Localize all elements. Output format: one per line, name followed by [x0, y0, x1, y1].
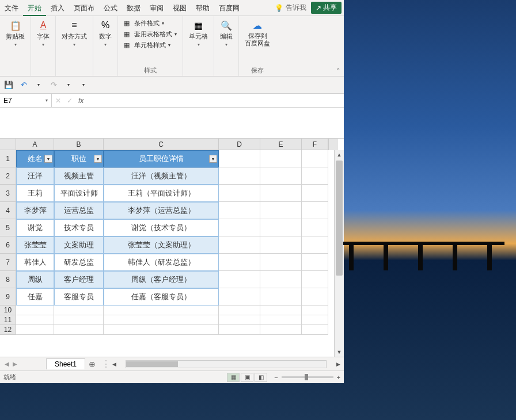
- cell-D9[interactable]: [219, 288, 260, 306]
- tab-file[interactable]: 文件: [0, 0, 23, 16]
- cell-A6[interactable]: 张莹莹: [16, 236, 54, 254]
- cell-E6[interactable]: [260, 236, 302, 254]
- col-header-F[interactable]: F: [302, 139, 328, 150]
- collapse-ribbon-button[interactable]: ⌃: [336, 67, 340, 74]
- row-header-7[interactable]: 7: [0, 254, 16, 271]
- formula-bar[interactable]: ✕ ✓ fx: [52, 97, 344, 105]
- cell-B3[interactable]: 平面设计师: [54, 185, 104, 202]
- page-break-view-button[interactable]: ◧: [255, 373, 267, 382]
- cell-F4[interactable]: [302, 202, 328, 219]
- share-button[interactable]: ↗ 共享: [311, 2, 342, 14]
- cell-A10[interactable]: [16, 306, 54, 315]
- cell-B8[interactable]: 客户经理: [54, 271, 104, 288]
- cell-B5[interactable]: 技术专员: [54, 219, 104, 236]
- row-header-9[interactable]: 9: [0, 288, 16, 306]
- cell-D12[interactable]: [219, 325, 260, 335]
- cell-C11[interactable]: [104, 315, 219, 325]
- scroll-up-arrow[interactable]: ▲: [335, 150, 344, 159]
- cell-D4[interactable]: [219, 202, 260, 219]
- cell-C6[interactable]: 张莹莹（文案助理）: [104, 236, 219, 254]
- resize-handle[interactable]: ⋮: [101, 358, 111, 369]
- cell-A3[interactable]: 王莉: [16, 185, 54, 202]
- cell-F3[interactable]: [302, 185, 328, 202]
- tab-home[interactable]: 开始: [23, 0, 46, 16]
- cell-F10[interactable]: [302, 306, 328, 315]
- cell-D1[interactable]: [219, 150, 260, 167]
- col-header-B[interactable]: B: [54, 139, 104, 150]
- cell-E9[interactable]: [260, 288, 302, 306]
- col-header-D[interactable]: D: [219, 139, 260, 150]
- fx-label[interactable]: fx: [78, 97, 84, 105]
- cell-D10[interactable]: [219, 306, 260, 315]
- cell-A11[interactable]: [16, 315, 54, 325]
- tab-baidu[interactable]: 百度网: [214, 0, 244, 16]
- tab-insert[interactable]: 插入: [46, 0, 69, 16]
- cell-D6[interactable]: [219, 236, 260, 254]
- cell-D2[interactable]: [219, 167, 260, 185]
- horizontal-scrollbar[interactable]: [126, 360, 327, 368]
- cell-B4[interactable]: 运营总监: [54, 202, 104, 219]
- cell-C2[interactable]: 汪洋（视频主管）: [104, 167, 219, 185]
- enter-icon[interactable]: ✓: [67, 97, 73, 105]
- cell-F6[interactable]: [302, 236, 328, 254]
- cell-F9[interactable]: [302, 288, 328, 306]
- name-box[interactable]: E7 ▾: [0, 94, 52, 107]
- page-layout-view-button[interactable]: ▣: [241, 373, 253, 382]
- cell-E8[interactable]: [260, 271, 302, 288]
- cell-A9[interactable]: 任嘉: [16, 288, 54, 306]
- add-sheet-button[interactable]: ⊕: [85, 360, 99, 369]
- cell-E11[interactable]: [260, 315, 302, 325]
- redo-button[interactable]: ↷: [48, 80, 59, 90]
- undo-button[interactable]: ↶: [18, 80, 29, 90]
- cell-C9[interactable]: 任嘉（客服专员）: [104, 288, 219, 306]
- cell-E5[interactable]: [260, 219, 302, 236]
- cell-B9[interactable]: 客服专员: [54, 288, 104, 306]
- zoom-handle[interactable]: [305, 374, 308, 380]
- cell-D5[interactable]: [219, 219, 260, 236]
- zoom-out-button[interactable]: −: [274, 374, 278, 381]
- cell-D8[interactable]: [219, 271, 260, 288]
- cell-F5[interactable]: [302, 219, 328, 236]
- cell-F7[interactable]: [302, 254, 328, 271]
- hscroll-thumb[interactable]: [126, 361, 178, 367]
- normal-view-button[interactable]: ▦: [227, 373, 240, 382]
- scroll-down-arrow[interactable]: ▼: [335, 348, 344, 357]
- cell-E7[interactable]: [260, 254, 302, 271]
- cell-D7[interactable]: [219, 254, 260, 271]
- col-header-A[interactable]: A: [16, 139, 54, 150]
- cell-F12[interactable]: [302, 325, 328, 335]
- tab-view[interactable]: 视图: [168, 0, 191, 16]
- tab-formulas[interactable]: 公式: [99, 0, 122, 16]
- cells-button[interactable]: ▦ 单元格 ▾: [187, 18, 210, 48]
- row-header-11[interactable]: 11: [0, 315, 16, 325]
- table-format-button[interactable]: ▦ 套用表格格式 ▾: [122, 29, 179, 39]
- row-header-5[interactable]: 5: [0, 219, 16, 236]
- cell-A4[interactable]: 李梦萍: [16, 202, 54, 219]
- scroll-left-arrow[interactable]: ◀: [111, 361, 117, 367]
- cell-C12[interactable]: [104, 325, 219, 335]
- redo-dropdown[interactable]: ▾: [63, 80, 74, 90]
- zoom-in-button[interactable]: +: [337, 374, 340, 381]
- row-header-2[interactable]: 2: [0, 167, 16, 185]
- row-header-1[interactable]: 1: [0, 150, 16, 167]
- cell-C10[interactable]: [104, 306, 219, 315]
- row-header-10[interactable]: 10: [0, 306, 16, 315]
- row-header-8[interactable]: 8: [0, 271, 16, 288]
- cell-A8[interactable]: 周纵: [16, 271, 54, 288]
- cell-A7[interactable]: 韩佳人: [16, 254, 54, 271]
- conditional-format-button[interactable]: ▦ 条件格式 ▾: [122, 18, 179, 28]
- tab-review[interactable]: 审阅: [145, 0, 168, 16]
- cell-D3[interactable]: [219, 185, 260, 202]
- cell-C5[interactable]: 谢觉（技术专员）: [104, 219, 219, 236]
- cell-F2[interactable]: [302, 167, 328, 185]
- zoom-slider[interactable]: [282, 376, 333, 378]
- filter-button[interactable]: ▼: [94, 155, 102, 163]
- cell-C1[interactable]: 员工职位详情▼: [104, 150, 219, 167]
- scroll-right-arrow[interactable]: ▶: [335, 361, 342, 367]
- tab-data[interactable]: 数据: [122, 0, 145, 16]
- tell-me[interactable]: 💡 告诉我: [270, 3, 311, 13]
- cell-styles-button[interactable]: ▦ 单元格样式 ▾: [122, 40, 179, 50]
- cell-F1[interactable]: [302, 150, 328, 167]
- save-baidu-button[interactable]: ☁ 保存到 百度网盘: [242, 18, 272, 48]
- prev-sheet-icon[interactable]: ▶: [13, 361, 17, 367]
